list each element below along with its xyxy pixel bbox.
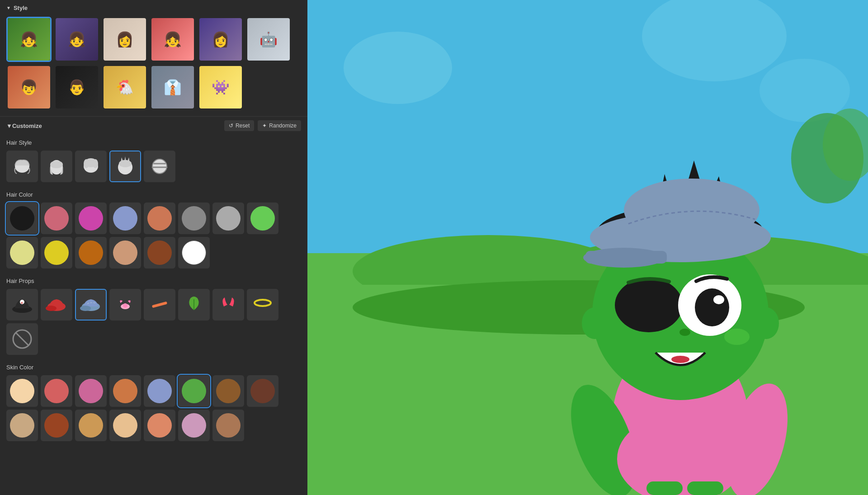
randomize-label: Randomize [269, 123, 297, 129]
reset-button[interactable]: ↺ Reset [224, 120, 254, 131]
hair-prop-2[interactable] [41, 289, 72, 321]
skin-color-13[interactable] [144, 410, 175, 441]
svg-point-12 [152, 159, 167, 174]
svg-point-43 [582, 307, 607, 339]
svg-point-26 [255, 300, 271, 306]
skin-color-7[interactable] [212, 375, 244, 407]
style-character-7[interactable]: 👦 [6, 65, 52, 110]
svg-point-56 [713, 295, 724, 304]
svg-rect-64 [687, 481, 723, 495]
hair-color-14[interactable] [178, 237, 210, 269]
hair-prop-4[interactable] [109, 289, 141, 321]
randomize-icon: ✦ [262, 123, 267, 129]
hair-color-10[interactable] [41, 237, 72, 269]
skin-color-6[interactable] [178, 375, 210, 407]
customize-chevron-icon: ▼ [6, 123, 12, 129]
hair-prop-6[interactable] [178, 289, 210, 321]
svg-point-30 [344, 32, 452, 104]
style-character-10[interactable]: 👔 [150, 65, 195, 110]
hair-color-6[interactable] [178, 203, 210, 234]
hair-style-3[interactable] [75, 151, 107, 182]
style-character-6[interactable]: 🤖 [246, 17, 291, 62]
style-character-8[interactable]: 👨 [54, 65, 99, 110]
hair-color-9[interactable] [6, 237, 38, 269]
hair-style-1[interactable] [6, 151, 38, 182]
hair-color-8[interactable] [247, 203, 278, 234]
hair-color-12[interactable] [109, 237, 141, 269]
customize-section-header: ▼ Customize ↺ Reset ✦ Randomize [0, 116, 307, 135]
hair-style-5[interactable] [144, 151, 175, 182]
hair-prop-1[interactable]: ✕ [6, 289, 38, 321]
hair-color-2[interactable] [41, 203, 72, 234]
hair-color-4[interactable] [109, 203, 141, 234]
svg-rect-63 [646, 481, 683, 495]
skin-color-14[interactable] [178, 410, 210, 441]
svg-point-58 [671, 356, 689, 363]
skin-color-11[interactable] [75, 410, 107, 441]
hair-color-1[interactable] [6, 203, 38, 234]
character-svg [515, 66, 845, 495]
skin-color-grid [0, 373, 307, 446]
style-section-header[interactable]: ▼ Style [0, 0, 307, 14]
style-character-9[interactable]: 🐔 [102, 65, 147, 110]
hair-style-2[interactable] [41, 151, 72, 182]
svg-marker-10 [124, 156, 126, 162]
svg-point-23 [123, 303, 127, 308]
hair-style-label: Hair Style [0, 135, 307, 149]
hair-color-3[interactable] [75, 203, 107, 234]
hair-prop-7[interactable] [212, 289, 244, 321]
skin-color-3[interactable] [75, 375, 107, 407]
hair-prop-5[interactable] [144, 289, 175, 321]
style-chevron-icon: ▼ [6, 5, 11, 10]
svg-marker-9 [121, 157, 123, 163]
style-character-2[interactable]: 👧 [54, 17, 99, 62]
hair-color-grid [0, 201, 307, 273]
hair-color-11[interactable] [75, 237, 107, 269]
skin-color-1[interactable] [6, 375, 38, 407]
svg-point-21 [80, 306, 91, 311]
hair-style-4[interactable] [109, 151, 141, 182]
skin-color-8[interactable] [247, 375, 278, 407]
style-section-label: Style [14, 5, 28, 11]
style-character-4[interactable]: 👧 [150, 17, 195, 62]
customization-panel: ▼ Style 👧👧👩👧👩🤖👦👨🐔👔👾 ▼ Customize ↺ Reset … [0, 0, 307, 495]
style-character-1[interactable]: 👧 [6, 17, 52, 62]
svg-point-55 [695, 288, 729, 326]
hair-props-label: Hair Props [0, 273, 307, 287]
style-character-5[interactable]: 👩 [198, 17, 243, 62]
customize-label: Customize [12, 123, 42, 129]
hair-prop-3[interactable] [75, 289, 107, 321]
hair-style-grid [0, 149, 307, 187]
skin-color-12[interactable] [109, 410, 141, 441]
svg-line-28 [16, 333, 28, 345]
svg-marker-11 [127, 157, 130, 163]
svg-rect-2 [50, 161, 63, 168]
skin-color-10[interactable] [41, 410, 72, 441]
customize-title[interactable]: ▼ Customize [6, 123, 42, 129]
reset-label: Reset [236, 123, 250, 129]
svg-line-24 [153, 303, 165, 306]
reset-icon: ↺ [229, 123, 233, 129]
skin-color-2[interactable] [41, 375, 72, 407]
svg-point-53 [615, 278, 683, 332]
skin-color-15[interactable] [212, 410, 244, 441]
svg-point-5 [84, 159, 89, 168]
svg-point-44 [754, 307, 779, 339]
svg-point-57 [679, 329, 690, 336]
hair-color-7[interactable] [212, 203, 244, 234]
svg-text:✕: ✕ [20, 301, 24, 305]
style-character-11[interactable]: 👾 [198, 65, 243, 110]
skin-color-5[interactable] [144, 375, 175, 407]
hair-color-13[interactable] [144, 237, 175, 269]
hair-prop-8[interactable] [247, 289, 278, 321]
style-character-grid: 👧👧👩👧👩🤖👦👨🐔👔👾 [0, 14, 307, 116]
hair-color-5[interactable] [144, 203, 175, 234]
hair-props-grid: ✕ [0, 287, 307, 359]
randomize-button[interactable]: ✦ Randomize [258, 120, 301, 131]
hair-color-label: Hair Color [0, 187, 307, 201]
hair-prop-9[interactable] [6, 323, 38, 355]
style-character-3[interactable]: 👩 [102, 17, 147, 62]
skin-color-9[interactable] [6, 410, 38, 441]
skin-color-4[interactable] [109, 375, 141, 407]
customize-actions: ↺ Reset ✦ Randomize [224, 120, 301, 131]
